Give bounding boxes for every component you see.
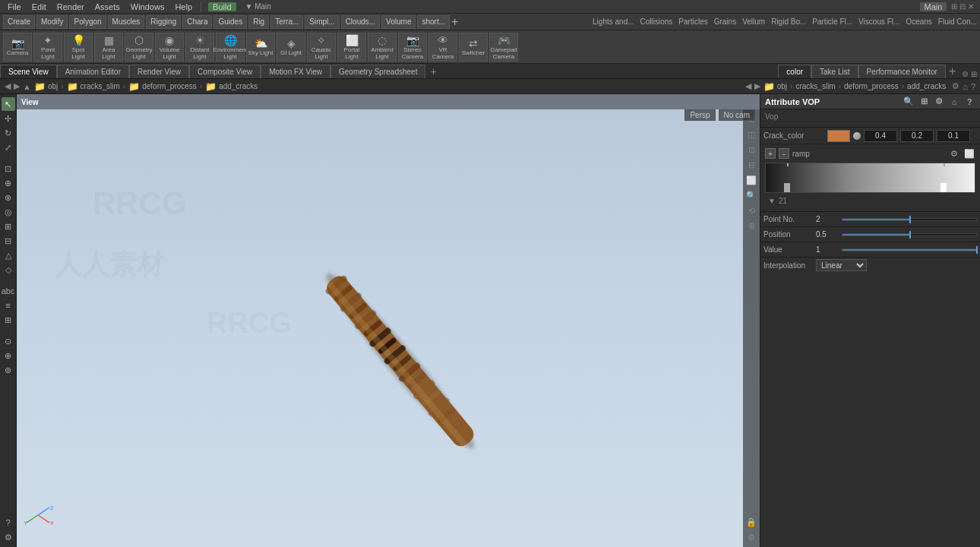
rpanel-path-cracks[interactable]: cracks_slim	[795, 82, 835, 90]
shelf-geometrylight-icon[interactable]: ⬡ Geometry Light	[125, 33, 153, 62]
vp-icon-8[interactable]: ⊕	[744, 219, 758, 232]
shelf-gilight-icon[interactable]: ◈ GI Light	[277, 33, 305, 62]
tool-1[interactable]: ⊡	[2, 162, 15, 175]
point-no-slider[interactable]	[842, 218, 977, 221]
shelf-tab-clouds[interactable]: Clouds...	[341, 15, 380, 29]
ramp-remove-btn[interactable]: -	[779, 148, 789, 159]
tool-10[interactable]: ≡	[2, 299, 15, 312]
rpanel-info-icon[interactable]: ?	[971, 82, 975, 91]
shelf-arealight-icon[interactable]: ▦ Area Light	[94, 33, 123, 62]
shelf-tab-polygon[interactable]: Polygon	[69, 15, 106, 29]
tool-5[interactable]: ⊞	[2, 220, 15, 233]
crack-color-b-input[interactable]	[937, 130, 970, 142]
ramp-display[interactable]	[765, 163, 975, 193]
ramp-handle-1[interactable]	[784, 183, 790, 192]
tool-3[interactable]: ⊗	[2, 191, 15, 204]
shelf-tab-short[interactable]: short...	[417, 15, 450, 29]
vp-icon-7[interactable]: ⟲	[744, 204, 758, 217]
tab-add-button[interactable]: +	[425, 64, 441, 79]
path-obj[interactable]: 📁 obj	[34, 81, 58, 92]
tab-motion-fx[interactable]: Motion FX View	[261, 65, 330, 78]
menu-windows[interactable]: Windows	[126, 2, 169, 11]
tool-bottom-1[interactable]: ?	[2, 516, 15, 530]
shelf-tab-muscles[interactable]: Muscles	[108, 15, 145, 29]
vp-icon-lock[interactable]: 🔒	[744, 515, 758, 529]
path-addcracks[interactable]: 📁 add_cracks	[205, 81, 258, 92]
rpanel-tab-add[interactable]: +	[946, 65, 959, 78]
interp-select[interactable]: Linear Constant Bezier	[816, 259, 867, 271]
rpanel-path-deform[interactable]: deform_process	[844, 82, 899, 90]
rpanel-tab-takelist[interactable]: Take List	[811, 65, 858, 78]
viewport[interactable]: View Persp No cam ⊞ ◫ ⊡ ⊟ ⬜ 🔍 ⟲ ⊕ 🔒 ⚙ RR…	[17, 94, 760, 547]
rpanel-path-addcracks[interactable]: add_cracks	[907, 82, 946, 90]
shelf-tab-rigging[interactable]: Rigging	[146, 15, 181, 29]
rpanel-tab-color[interactable]: color	[778, 65, 811, 78]
shelf-tab-create[interactable]: Create	[3, 15, 35, 29]
shelf-tab-volume[interactable]: Volume	[381, 15, 416, 29]
tool-select[interactable]: ↖	[2, 97, 15, 111]
tool-bottom-2[interactable]: ⚙	[2, 530, 15, 544]
vp-icon-4[interactable]: ⊟	[744, 158, 758, 172]
tab-render-view[interactable]: Render View	[129, 65, 189, 78]
tool-11[interactable]: ⊞	[2, 313, 15, 327]
rpanel-home-btn[interactable]: ⌂	[948, 96, 960, 108]
shelf-volumelight-icon[interactable]: ◉ Volume Light	[155, 33, 184, 62]
tab-scene-view[interactable]: Scene View	[0, 65, 57, 78]
rpanel-help-icon[interactable]: ?	[963, 96, 975, 108]
ramp-collapse-icon[interactable]: ▼	[768, 197, 776, 205]
rpanel-search-icon[interactable]: 🔍	[903, 96, 915, 108]
shelf-tab-rig[interactable]: Rig	[248, 15, 269, 29]
tab-animation-editor[interactable]: Animation Editor	[57, 65, 129, 78]
ramp-settings-icon[interactable]: ⚙	[948, 147, 960, 160]
nav-forward-icon[interactable]: ▶	[14, 81, 20, 91]
tool-move[interactable]: ✢	[2, 112, 15, 125]
value-slider[interactable]	[842, 248, 977, 251]
shelf-causticlight-icon[interactable]: ✧ Caustic Light	[307, 33, 336, 62]
crack-color-r-input[interactable]	[864, 130, 897, 142]
tool-7[interactable]: △	[2, 248, 15, 262]
tool-9[interactable]: abc	[2, 284, 15, 298]
rpanel-layout-icon[interactable]: ⊞	[918, 96, 930, 108]
ramp-add-btn[interactable]: +	[765, 148, 776, 159]
vp-icon-6[interactable]: 🔍	[744, 188, 758, 202]
shelf-stereocam-icon[interactable]: 📷 Stereo Camera	[398, 33, 427, 62]
rpanel-tab-perfmon[interactable]: Performance Monitor	[858, 65, 946, 78]
menu-assets[interactable]: Assets	[90, 2, 125, 11]
tab-composite-view[interactable]: Composite View	[189, 65, 261, 78]
vp-icon-2[interactable]: ◫	[744, 128, 758, 141]
shelf-distantlight-icon[interactable]: ☀ Distant Light	[185, 33, 214, 62]
crack-color-swatch[interactable]	[827, 130, 850, 142]
shelf-camera-icon[interactable]: 📷 Camera	[3, 33, 32, 62]
rpanel-nav-back[interactable]: ◀	[745, 81, 751, 91]
vp-icon-3[interactable]: ⊡	[744, 143, 758, 157]
shelf-skylight-icon[interactable]: ⛅ Sky Light	[246, 33, 275, 62]
shelf-vrcamera-icon[interactable]: 👁 VR Camera	[428, 33, 457, 62]
shelf-envlight-icon[interactable]: 🌐 Environment Light	[216, 33, 245, 62]
nav-up-icon[interactable]: ▲	[23, 82, 31, 91]
main-dropdown[interactable]: ▼ Main	[241, 2, 276, 11]
menu-edit[interactable]: Edit	[27, 2, 51, 11]
ramp-handle-2[interactable]	[940, 183, 947, 192]
tool-4[interactable]: ◎	[2, 205, 15, 219]
shelf-add-btn[interactable]: +	[451, 15, 458, 29]
path-cracks[interactable]: 📁 cracks_slim	[67, 81, 120, 92]
shelf-tab-modify[interactable]: Modify	[36, 15, 68, 29]
nocam-btn[interactable]: No cam	[719, 109, 755, 121]
tool-rotate[interactable]: ↻	[2, 126, 15, 140]
shelf-tab-guides[interactable]: Guides	[213, 15, 247, 29]
shelf-portallight-icon[interactable]: ⬜ Portal Light	[337, 33, 366, 62]
shelf-switcher-icon[interactable]: ⇄ Switcher	[459, 33, 488, 62]
persp-btn[interactable]: Persp	[684, 109, 715, 121]
rpanel-gear-icon[interactable]: ⚙	[933, 96, 945, 108]
shelf-tab-terra[interactable]: Terra...	[270, 15, 303, 29]
position-slider[interactable]	[842, 233, 977, 236]
tool-2[interactable]: ⊕	[2, 176, 15, 190]
tab-geometry-spreadsheet[interactable]: Geometry Spreadsheet	[330, 65, 425, 78]
vp-icon-settings[interactable]: ⚙	[744, 530, 758, 544]
menu-render[interactable]: Render	[52, 2, 89, 11]
shelf-pointlight-icon[interactable]: ✦ Point Light	[33, 33, 62, 62]
path-deform[interactable]: 📁 deform_process	[128, 81, 197, 92]
menu-file[interactable]: File	[3, 2, 26, 11]
nav-back-icon[interactable]: ◀	[5, 81, 11, 91]
shelf-spotlight-icon[interactable]: 💡 Spot Light	[64, 33, 93, 62]
